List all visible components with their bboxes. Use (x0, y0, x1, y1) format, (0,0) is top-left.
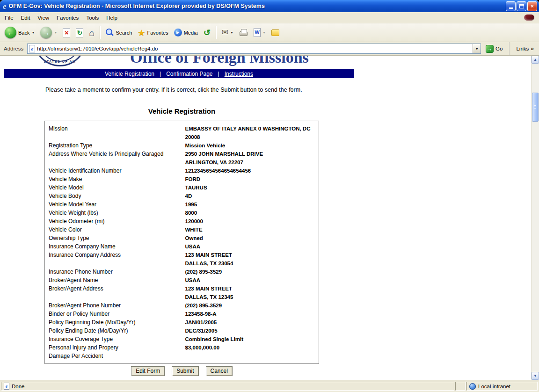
field-label: Mission (45, 121, 185, 142)
go-arrow-icon: → (486, 45, 494, 53)
discuss-icon (271, 29, 279, 36)
field-label: Address Where Vehicle Is Principally Gar… (45, 150, 185, 167)
field-value: 8000 (185, 209, 319, 217)
field-label: Vehicle Identification Number (45, 167, 185, 175)
field-label: Insurance Company Address (45, 251, 185, 268)
field-row: Policy Ending Date (Mo/Day/Yr)DEC/31/200… (45, 327, 319, 335)
vertical-scrollbar[interactable]: ▲ ▼ (531, 56, 539, 380)
field-value: 2950 JOHN MARSHALL DRIVE ARLINGTON, VA 2… (185, 150, 319, 167)
back-button[interactable]: ← Back ▼ (2, 25, 37, 41)
menu-bar: File Edit View Favorites Tools Help (0, 12, 539, 23)
field-row: Policy Beginning Date (Mo/Day/Yr)JAN/01/… (45, 318, 319, 327)
field-label: Vehicle Weight (lbs) (45, 209, 185, 217)
field-row: Vehicle ColorWHITE (45, 225, 319, 234)
discuss-button[interactable] (269, 25, 282, 41)
field-row: Broker/Agent Address123 MAIN STREET DALL… (45, 284, 319, 301)
field-row: Binder or Policy Number123458-98-A (45, 310, 319, 318)
back-dropdown-icon[interactable]: ▼ (31, 31, 35, 34)
edit-with-word-button[interactable]: W ▼ (251, 25, 268, 41)
status-spacer-panel (455, 382, 466, 391)
stop-icon: × (63, 28, 70, 37)
mail-button[interactable]: ✉ ▼ (219, 25, 236, 41)
field-row: Ownership TypeOwned (45, 234, 319, 242)
refresh-button[interactable]: ↻ (73, 25, 86, 41)
field-value: 120000 (185, 217, 319, 225)
page-viewport: STATES OF AM Office of Foreign Missions … (0, 56, 539, 380)
field-label: Vehicle Body (45, 192, 185, 200)
window-controls: × (506, 1, 537, 11)
field-value: USAA (185, 242, 319, 251)
print-button[interactable] (237, 25, 250, 41)
field-value: (202) 895-3529 (185, 268, 319, 276)
nav-vehicle-registration: Vehicle Registration (105, 71, 154, 77)
field-label: Broker/Agent Name (45, 276, 185, 284)
nav-separator: | (160, 71, 161, 77)
cancel-button[interactable]: Cancel (206, 366, 233, 376)
provider-logo-icon (524, 15, 534, 21)
field-row: Broker/Agent Phone Number(202) 895-3529 (45, 301, 319, 310)
site-banner-title: Office of Foreign Missions (130, 56, 309, 66)
field-row: Vehicle MakeFORD (45, 175, 319, 183)
nav-instructions-link[interactable]: Instructions (225, 71, 253, 77)
mail-dropdown-icon[interactable]: ▼ (230, 31, 233, 34)
nav-confirmation-page: Confirmation Page (166, 71, 212, 77)
field-value: DEC/31/2005 (185, 327, 319, 335)
minimize-button[interactable] (506, 1, 516, 11)
history-button[interactable]: ↺ (201, 25, 213, 41)
menu-view[interactable]: View (34, 13, 53, 22)
media-button[interactable]: ▶ Media (172, 25, 200, 41)
forward-button[interactable]: → ▼ (38, 25, 59, 41)
field-row: Registration TypeMission Vehicle (45, 141, 319, 150)
close-button[interactable]: × (527, 1, 537, 11)
scroll-down-button[interactable]: ▼ (532, 372, 539, 380)
menu-help[interactable]: Help (102, 13, 121, 22)
confirmation-table: MissionEMBASSY OF ITALY ANNEX 0 WASHINGT… (44, 121, 319, 364)
field-label: Personal Injury and Propery Damage Per A… (45, 343, 185, 364)
field-row: Insurance Company NameUSAA (45, 242, 319, 251)
favorites-button[interactable]: ★ Favorites (135, 25, 170, 41)
menu-edit[interactable]: Edit (17, 13, 34, 22)
maximize-icon (519, 4, 524, 8)
refresh-icon: ↻ (76, 28, 83, 37)
status-message-panel: e Done (1, 382, 454, 391)
menu-favorites[interactable]: Favorites (53, 13, 82, 22)
home-button[interactable]: ⌂ (87, 25, 97, 41)
address-dropdown-button[interactable]: ▼ (473, 44, 481, 53)
menu-file[interactable]: File (1, 13, 17, 22)
address-bar: Address e http://ofmsntsorw1:7010/eGov/a… (0, 42, 539, 56)
maximize-button[interactable] (517, 1, 526, 11)
field-row: Vehicle Odometer (mi)120000 (45, 217, 319, 225)
security-zone-panel: Local intranet (466, 382, 538, 391)
chevron-icon[interactable]: » (531, 45, 534, 52)
links-menu[interactable]: Links » (514, 45, 537, 52)
field-row: Vehicle Weight (lbs)8000 (45, 209, 319, 217)
favorites-label: Favorites (147, 30, 168, 36)
submit-button[interactable]: Submit (172, 366, 198, 376)
window-title: OFM E-Gov: Vehicle Registration - Micros… (9, 3, 503, 9)
field-value: WHITE (185, 225, 319, 234)
edit-form-button[interactable]: Edit Form (131, 366, 165, 376)
fields-body: MissionEMBASSY OF ITALY ANNEX 0 WASHINGT… (45, 121, 319, 364)
field-label: Insurance Company Name (45, 242, 185, 251)
scrollbar-thumb[interactable] (532, 93, 539, 122)
ie-logo-icon: e (3, 3, 7, 10)
field-label: Policy Ending Date (Mo/Day/Yr) (45, 327, 185, 335)
go-button[interactable]: → Go (483, 44, 505, 54)
field-value: Combined Single Limit (185, 335, 319, 343)
field-label: Insurance Phone Number (45, 268, 185, 276)
url-text[interactable]: http://ofmsntsorw1:7010/eGov/app/vehicle… (37, 46, 471, 51)
confirmation-message: Please take a moment to confirm your ent… (45, 87, 302, 93)
search-button[interactable]: Search (103, 25, 134, 41)
scrollbar-track[interactable] (532, 64, 539, 372)
address-input[interactable]: e http://ofmsntsorw1:7010/eGov/app/vehic… (27, 44, 481, 54)
field-label: Policy Beginning Date (Mo/Day/Yr) (45, 318, 185, 327)
field-value: EMBASSY OF ITALY ANNEX 0 WASHINGTON, DC … (185, 121, 319, 142)
address-label: Address (2, 46, 25, 51)
field-value: USAA (185, 276, 319, 284)
menu-tools[interactable]: Tools (82, 13, 102, 22)
history-icon: ↺ (204, 29, 211, 37)
field-value: $3,000,000.00 (185, 343, 319, 364)
stop-button[interactable]: × (60, 25, 73, 41)
scroll-up-button[interactable]: ▲ (532, 56, 539, 64)
forward-icon: → (40, 27, 52, 38)
